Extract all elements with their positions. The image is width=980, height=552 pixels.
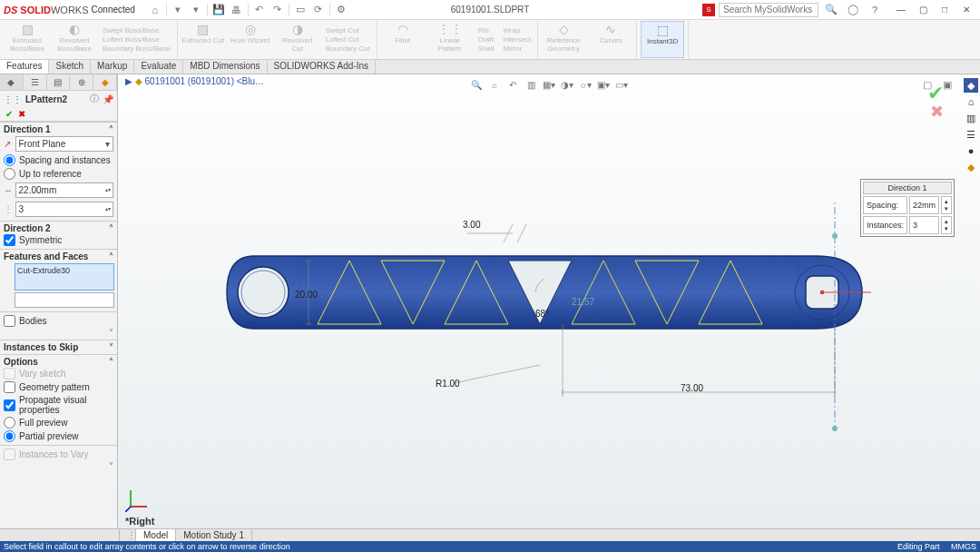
extruded-boss-button[interactable]: ▧Extruded Boss/Base — [5, 21, 49, 58]
view-orient-icon[interactable]: ▣▾ — [596, 77, 611, 92]
direction-plane-select[interactable]: Front Plane — [15, 136, 114, 152]
chevron-down-icon-2[interactable]: ˅ — [109, 342, 113, 352]
uptoref-radio[interactable]: Up to reference — [4, 167, 113, 181]
fillet-button[interactable]: ◠Fillet — [381, 21, 425, 58]
new-icon[interactable]: ▾ — [169, 2, 187, 18]
feat-list-2[interactable]: WrapIntersectMirror — [500, 21, 534, 58]
help-icon[interactable]: ? — [866, 2, 884, 18]
save-icon[interactable]: 💾 — [210, 2, 228, 18]
panel-tab-4[interactable]: ⊕ — [70, 74, 93, 90]
instances-input[interactable]: 3 — [15, 202, 113, 217]
callout-inst-value[interactable]: 3 — [909, 216, 939, 234]
panel-tab-5[interactable]: ◆ — [93, 74, 117, 90]
prev-view-icon[interactable]: ↶ — [505, 77, 520, 92]
zoom-area-icon[interactable]: ⌕ — [487, 77, 502, 92]
dim-20[interactable]: 20.00 — [295, 290, 318, 300]
cancel-button[interactable]: ✖ — [18, 109, 25, 119]
hole-wizard-button[interactable]: ◎Hole Wizard — [229, 21, 272, 58]
tab-markup[interactable]: Markup — [91, 60, 134, 74]
tab-sketch[interactable]: Sketch — [49, 60, 91, 74]
reverse-dir-icon[interactable]: ↗ — [4, 139, 14, 149]
panel-tab-2[interactable]: ☰ — [24, 74, 47, 90]
taskpane-view[interactable]: ☰ — [964, 127, 978, 142]
chevron-up-icon[interactable]: ˄ — [109, 124, 113, 134]
close-button[interactable]: ✕ — [956, 2, 976, 18]
undo-icon[interactable]: ↶ — [250, 2, 269, 18]
callout-spacing-value[interactable]: 22mm — [909, 196, 939, 214]
dir1-header[interactable]: Direction 1 — [4, 124, 51, 134]
panel-tab-3[interactable]: ▤ — [47, 74, 71, 90]
boss-list[interactable]: Swept Boss/BaseLofted Boss/BaseBoundary … — [100, 21, 173, 58]
revolved-boss-button[interactable]: ◐Revolved Boss/Base — [53, 21, 96, 58]
dim-r1[interactable]: R1.00 — [436, 379, 460, 389]
status-units[interactable]: MMGS — [951, 542, 976, 551]
taskpane-custom[interactable]: ◆ — [964, 160, 978, 174]
maximize-button[interactable]: □ — [935, 2, 955, 18]
section-icon[interactable]: ▥ — [524, 77, 538, 92]
instant3d-button[interactable]: ⬚Instant3D — [641, 21, 684, 58]
geom-pattern-check[interactable]: Geometry pattern — [4, 380, 113, 394]
restore-button[interactable]: ▢ — [913, 2, 933, 18]
revolved-cut-button[interactable]: ◑Revolved Cut — [276, 21, 319, 58]
mysolidworks-icon[interactable]: S — [702, 4, 715, 16]
tab-addins[interactable]: SOLIDWORKS Add-Ins — [268, 60, 376, 74]
select-icon[interactable]: ▭ — [291, 2, 309, 18]
taskpane-lib[interactable]: ▥ — [964, 111, 978, 125]
chevron-down-icon[interactable]: ˅ — [109, 328, 113, 338]
hide-show-icon[interactable]: ◑▾ — [560, 77, 574, 92]
curves-button[interactable]: ∿Curves — [589, 21, 632, 58]
print-icon[interactable]: 🖶 — [228, 2, 246, 18]
tab-model[interactable]: Model — [136, 529, 176, 541]
skip-header[interactable]: Instances to Skip — [4, 342, 78, 352]
breadcrumb[interactable]: ▶ ◆ 60191001 (60191001) <Blu… — [125, 76, 264, 86]
user-icon[interactable]: ◯ — [844, 2, 862, 18]
chevron-up-icon-4[interactable]: ˄ — [109, 357, 113, 367]
faces-listbox[interactable] — [15, 292, 114, 308]
tab-nav[interactable]: ⋮⋮ — [120, 529, 136, 541]
triad-icon[interactable] — [125, 487, 151, 512]
tab-motion[interactable]: Motion Study 1 — [176, 529, 252, 541]
panel-tab-1[interactable]: ◆ — [0, 74, 24, 90]
taskpane-sw[interactable]: ◆ — [964, 78, 978, 93]
dim-2157[interactable]: 21.57 — [572, 297, 594, 307]
spacing-input[interactable]: 22.00mm — [15, 182, 113, 198]
spacing-radio[interactable]: Spacing and instances — [4, 153, 113, 167]
features-listbox[interactable]: Cut-Extrude30 — [15, 263, 114, 291]
tab-evaluate[interactable]: Evaluate — [134, 60, 183, 74]
tab-mbd[interactable]: MBD Dimensions — [183, 60, 267, 74]
graphics-area[interactable]: ▶ ◆ 60191001 (60191001) <Blu… 🔍 ⌕ ↶ ▥ ▦▾… — [118, 74, 980, 528]
redo-icon[interactable]: ↷ — [269, 2, 287, 18]
open-icon[interactable]: ▾ — [187, 2, 205, 18]
ff-header[interactable]: Features and Faces — [4, 251, 88, 261]
opts-header[interactable]: Options — [4, 357, 38, 367]
linear-pattern-button[interactable]: ⋮⋮Linear Pattern — [428, 21, 472, 58]
propagate-check[interactable]: Propagate visual properties — [4, 394, 113, 416]
chevron-up-icon-3[interactable]: ˄ — [109, 251, 113, 261]
scene-icon[interactable]: ☼▾ — [578, 77, 593, 92]
dim-73[interactable]: 73.00 — [681, 383, 703, 393]
reject-icon[interactable]: ✖ — [930, 102, 944, 122]
display-style-icon[interactable]: ▦▾ — [542, 77, 556, 92]
chevron-up-icon-2[interactable]: ˄ — [109, 223, 113, 233]
extruded-cut-button[interactable]: ▨Extruded Cut — [181, 21, 225, 58]
zoom-fit-icon[interactable]: 🔍 — [469, 77, 484, 92]
bodies-check[interactable]: Bodies — [4, 314, 113, 328]
feat-list-1[interactable]: RibDraftShell — [475, 21, 497, 58]
search-input[interactable] — [719, 3, 818, 17]
dim-68[interactable]: 68° — [535, 309, 549, 319]
help-feature-icon[interactable]: 📌 — [103, 94, 113, 104]
ref-geom-button[interactable]: ◇Reference Geometry — [542, 21, 585, 58]
partial-preview-radio[interactable]: Partial preview — [4, 429, 113, 443]
cut-list[interactable]: Swept CutLofted CutBoundary Cut — [323, 21, 373, 58]
chevron-down-icon-3[interactable]: ˅ — [109, 461, 113, 471]
tab-features[interactable]: Features — [0, 60, 49, 74]
symmetric-check[interactable]: Symmetric — [4, 233, 113, 247]
dim-3[interactable]: 3.00 — [463, 220, 480, 230]
pin-icon[interactable]: ⓘ — [90, 93, 99, 105]
dir2-header[interactable]: Direction 2 — [4, 223, 51, 233]
taskpane-appear[interactable]: ● — [964, 143, 978, 158]
ok-button[interactable]: ✔ — [5, 109, 13, 119]
options-icon[interactable]: ⚙ — [332, 2, 350, 18]
minimize-button[interactable]: — — [891, 2, 911, 18]
taskpane-home[interactable]: ⌂ — [964, 94, 978, 109]
